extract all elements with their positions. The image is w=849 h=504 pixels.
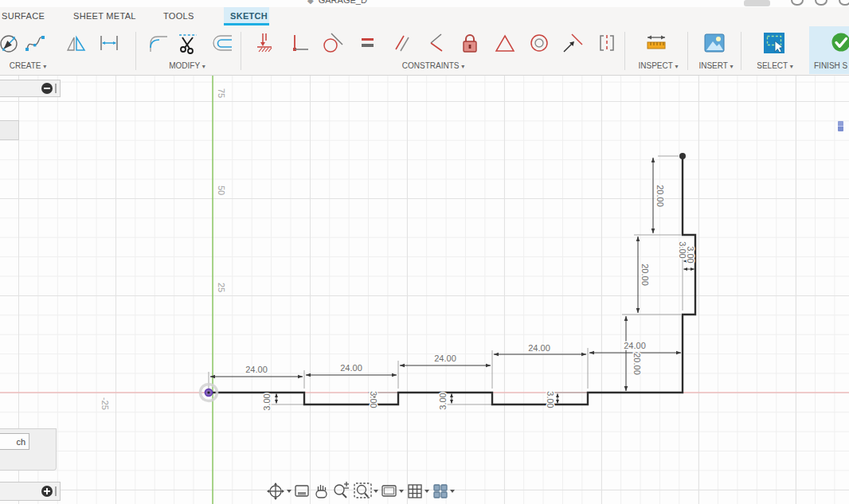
dim-depth-1[interactable]: 3.00: [262, 393, 272, 410]
select-icon[interactable]: [762, 31, 786, 55]
group-divider: [687, 32, 688, 70]
chevron-down-icon: ▾: [43, 63, 46, 70]
viewports-dropdown-icon[interactable]: [450, 490, 455, 493]
chevron-down-icon: ▾: [730, 63, 734, 70]
tangent-constraint-icon[interactable]: [321, 31, 345, 55]
fillet-icon[interactable]: [146, 31, 170, 55]
expand-button[interactable]: [41, 486, 53, 497]
dim-wall-depth-2[interactable]: 3.00: [686, 246, 695, 263]
modify-menu-label[interactable]: MODIFY ▾: [155, 61, 219, 70]
dim-depth-3[interactable]: 3.00: [438, 393, 448, 409]
dimension-extension-lines: [209, 156, 683, 404]
tab-surface[interactable]: SURFACE: [2, 11, 45, 21]
sketch-palette-title-fragment: ch: [0, 433, 29, 450]
zoom-window-dropdown-icon[interactable]: [374, 490, 378, 493]
panel-fragment: [0, 120, 19, 140]
finish-sketch-icon[interactable]: [829, 31, 849, 55]
ribbon-header: ◆GARAGE_D SURFACE SHEET METAL TOOLS SKET…: [0, 0, 849, 76]
pan-icon[interactable]: [316, 485, 327, 498]
inspect-menu-label[interactable]: INSPECT ▾: [629, 61, 687, 70]
insert-menu-label[interactable]: INSERT ▾: [689, 61, 743, 70]
zoom-icon[interactable]: [335, 482, 349, 498]
axis-label-25: 25: [217, 283, 226, 292]
select-menu-label[interactable]: SELECT ▾: [747, 61, 803, 70]
dim-width-3[interactable]: 24.00: [434, 354, 456, 363]
measure-icon[interactable]: [644, 31, 668, 55]
tab-sheet-metal[interactable]: SHEET METAL: [73, 11, 136, 21]
symmetry-constraint-icon[interactable]: [595, 31, 619, 55]
concentric-constraint-icon[interactable]: [527, 31, 551, 55]
orbit-dropdown-icon[interactable]: [287, 490, 291, 493]
dim-width-4[interactable]: 24.00: [528, 343, 550, 353]
mirror-icon[interactable]: [65, 31, 89, 55]
panel-handle[interactable]: [55, 486, 57, 496]
equal-constraint-icon[interactable]: [355, 31, 379, 55]
dim-wall-height-1[interactable]: 20.00: [655, 185, 665, 207]
finish-sketch-label[interactable]: FINISH S: [814, 61, 849, 70]
look-at-icon[interactable]: [295, 486, 308, 496]
chevron-down-icon: ▾: [790, 63, 793, 70]
title-bar-fragment: ◆GARAGE_D: [0, 0, 849, 7]
dim-width-5[interactable]: 24.00: [624, 341, 646, 350]
offset-icon[interactable]: [210, 31, 234, 55]
dim-depth-4[interactable]: 3.00: [546, 391, 555, 408]
grid-dropdown-icon[interactable]: [424, 490, 429, 493]
document-icon: ◆: [307, 0, 314, 5]
tab-sketch-underline: [224, 23, 269, 25]
grid-settings-icon[interactable]: [409, 485, 421, 498]
chevron-down-icon: ▾: [461, 63, 464, 70]
titlebar-button-fragment[interactable]: [744, 0, 770, 6]
parallel-constraint-icon[interactable]: [389, 31, 413, 55]
insert-image-icon[interactable]: [702, 31, 726, 55]
constraints-menu-label[interactable]: CONSTRAINTS ▾: [389, 61, 478, 70]
display-dropdown-icon[interactable]: [399, 490, 404, 493]
tab-tools[interactable]: TOOLS: [163, 11, 194, 21]
sketch-endpoint[interactable]: [679, 153, 686, 159]
collapse-button[interactable]: [41, 83, 53, 94]
tab-sketch[interactable]: SKETCH: [230, 11, 268, 21]
triangle-constraint-icon[interactable]: [493, 31, 517, 55]
navigation-bar: [265, 480, 461, 502]
dimension-lines[interactable]: [210, 158, 694, 404]
axis-labels: 75 50 25 -25: [100, 88, 226, 410]
collinear-constraint-icon[interactable]: [424, 31, 448, 55]
group-divider: [241, 32, 241, 70]
display-settings-icon[interactable]: [382, 486, 396, 496]
orbit-icon[interactable]: [267, 483, 284, 500]
horizontal-vertical-constraint-icon[interactable]: [253, 31, 277, 55]
trim-icon[interactable]: [176, 31, 200, 55]
dim-width-2[interactable]: 24.00: [340, 363, 362, 373]
fusion360-window: 75 50 25 -25: [0, 0, 849, 504]
document-title: ◆GARAGE_D: [307, 0, 367, 5]
two-point-circle-icon[interactable]: [0, 31, 21, 55]
midpoint-constraint-icon[interactable]: [561, 31, 585, 55]
chevron-down-icon: ▾: [675, 63, 678, 70]
group-divider: [624, 32, 625, 70]
viewports-icon[interactable]: [434, 485, 447, 498]
dim-wall-height-3[interactable]: 20.00: [632, 353, 642, 375]
zoom-window-icon[interactable]: [354, 483, 371, 498]
panel-handle[interactable]: [55, 84, 57, 93]
fit-point-spline-icon[interactable]: [24, 31, 48, 55]
dim-width-1[interactable]: 24.00: [245, 365, 268, 374]
sketch-drawing: 75 50 25 -25: [0, 76, 849, 504]
axis-label-50: 50: [217, 186, 226, 195]
selection-marker: [838, 121, 843, 131]
sketch-dimension-icon[interactable]: [97, 31, 121, 55]
sketch-profile-polyline[interactable]: [209, 156, 695, 404]
dim-wall-height-2[interactable]: 20.00: [640, 264, 650, 286]
perpendicular-constraint-icon[interactable]: [288, 31, 311, 55]
chevron-down-icon: ▾: [202, 63, 205, 70]
lock-constraint-icon[interactable]: [458, 31, 482, 55]
create-menu-label[interactable]: CREATE ▾: [0, 61, 56, 70]
axis-label-neg25: -25: [100, 397, 110, 410]
dim-depth-2[interactable]: 3.00: [369, 391, 378, 408]
axis-label-75: 75: [217, 88, 226, 98]
group-divider: [135, 32, 136, 70]
